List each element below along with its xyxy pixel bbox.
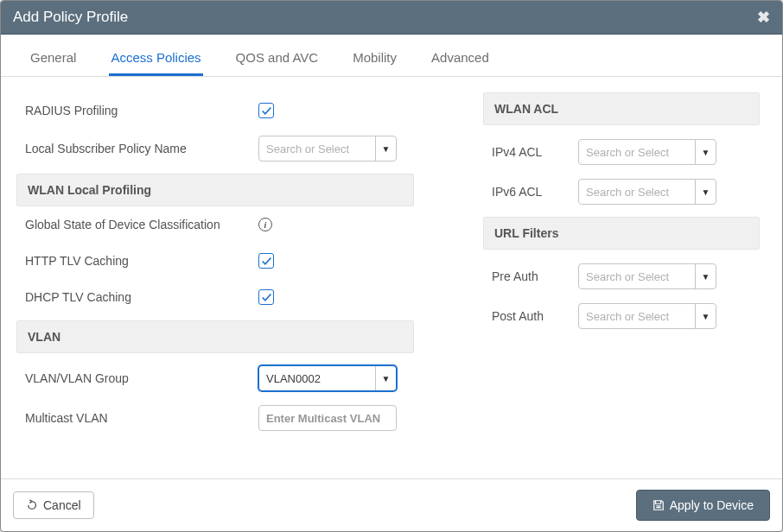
tab-qos-and-avc[interactable]: QOS and AVC: [234, 40, 321, 76]
label-pre-auth: Pre Auth: [492, 269, 578, 283]
label-post-auth: Post Auth: [492, 309, 578, 323]
select-local-subscriber[interactable]: ▼: [258, 136, 397, 162]
label-dhcp-tlv: DHCP TLV Caching: [25, 290, 258, 304]
label-local-subscriber: Local Subscriber Policy Name: [25, 142, 258, 155]
section-url-filters: URL Filters: [483, 217, 760, 250]
row-ipv4-acl: IPv4 ACL ▼: [483, 132, 760, 172]
row-pre-auth: Pre Auth ▼: [483, 256, 760, 296]
tabs: General Access Policies QOS and AVC Mobi…: [1, 40, 782, 77]
cancel-button[interactable]: Cancel: [13, 491, 94, 519]
select-ipv6-acl[interactable]: ▼: [578, 179, 716, 205]
caret-down-icon[interactable]: ▼: [695, 180, 716, 204]
checkbox-radius-profiling[interactable]: [258, 103, 274, 118]
select-pre-auth[interactable]: ▼: [578, 263, 716, 289]
input-vlan-group[interactable]: [259, 366, 375, 390]
row-global-state: Global State of Device Classification i: [16, 206, 414, 243]
input-multicast-vlan[interactable]: [258, 405, 397, 431]
tab-general[interactable]: General: [29, 40, 78, 76]
left-column: RADIUS Profiling Local Subscriber Policy…: [16, 92, 414, 470]
caret-down-icon[interactable]: ▼: [695, 304, 716, 328]
close-icon[interactable]: ✖: [757, 8, 770, 27]
label-multicast-vlan: Multicast VLAN: [25, 411, 258, 425]
apply-to-device-button[interactable]: Apply to Device: [636, 490, 770, 521]
label-ipv4-acl: IPv4 ACL: [492, 145, 578, 159]
caret-down-icon[interactable]: ▼: [375, 366, 396, 390]
checkbox-http-tlv[interactable]: [258, 253, 274, 269]
caret-down-icon[interactable]: ▼: [695, 264, 716, 288]
label-http-tlv: HTTP TLV Caching: [25, 254, 258, 268]
tab-access-policies[interactable]: Access Policies: [109, 40, 202, 76]
save-icon: [652, 499, 665, 511]
label-radius-profiling: RADIUS Profiling: [25, 104, 258, 117]
section-vlan: VLAN: [16, 320, 414, 353]
label-global-state: Global State of Device Classification: [25, 217, 258, 232]
input-pre-auth[interactable]: [579, 264, 695, 288]
check-icon: [261, 256, 272, 267]
check-icon: [261, 105, 272, 117]
row-local-subscriber: Local Subscriber Policy Name ▼: [16, 129, 414, 168]
checkbox-dhcp-tlv[interactable]: [258, 289, 274, 305]
modal-title: Add Policy Profile: [13, 9, 128, 26]
modal-footer: Cancel Apply to Device: [1, 478, 782, 531]
select-vlan-group[interactable]: ▼: [258, 365, 397, 391]
label-vlan-group: VLAN/VLAN Group: [25, 371, 258, 385]
section-wlan-local-profiling: WLAN Local Profiling: [16, 174, 414, 206]
section-wlan-acl: WLAN ACL: [483, 92, 760, 125]
row-radius-profiling: RADIUS Profiling: [16, 92, 414, 129]
row-dhcp-tlv: DHCP TLV Caching: [16, 279, 414, 315]
row-http-tlv: HTTP TLV Caching: [16, 243, 414, 279]
label-ipv6-acl: IPv6 ACL: [492, 185, 578, 199]
row-vlan-group: VLAN/VLAN Group ▼: [16, 358, 414, 398]
apply-button-label: Apply to Device: [670, 498, 754, 512]
caret-down-icon[interactable]: ▼: [695, 140, 716, 164]
select-post-auth[interactable]: ▼: [578, 303, 716, 329]
input-ipv4-acl[interactable]: [579, 140, 695, 164]
modal-body: RADIUS Profiling Local Subscriber Policy…: [1, 77, 782, 478]
row-post-auth: Post Auth ▼: [483, 296, 760, 336]
tab-mobility[interactable]: Mobility: [351, 40, 398, 76]
modal-titlebar: Add Policy Profile ✖: [1, 1, 782, 35]
select-ipv4-acl[interactable]: ▼: [578, 139, 716, 165]
check-icon: [261, 292, 272, 303]
row-multicast-vlan: Multicast VLAN: [16, 398, 414, 438]
input-ipv6-acl[interactable]: [579, 180, 695, 204]
input-local-subscriber[interactable]: [259, 136, 375, 161]
tab-advanced[interactable]: Advanced: [430, 40, 491, 76]
caret-down-icon[interactable]: ▼: [375, 136, 396, 161]
undo-icon: [26, 499, 38, 511]
right-column: WLAN ACL IPv4 ACL ▼ IPv6 ACL ▼ URL Filte…: [483, 92, 760, 470]
input-post-auth[interactable]: [579, 304, 695, 328]
row-ipv6-acl: IPv6 ACL ▼: [483, 172, 760, 212]
add-policy-profile-modal: Add Policy Profile ✖ General Access Poli…: [0, 0, 783, 532]
cancel-button-label: Cancel: [43, 498, 81, 512]
info-icon[interactable]: i: [258, 218, 272, 231]
